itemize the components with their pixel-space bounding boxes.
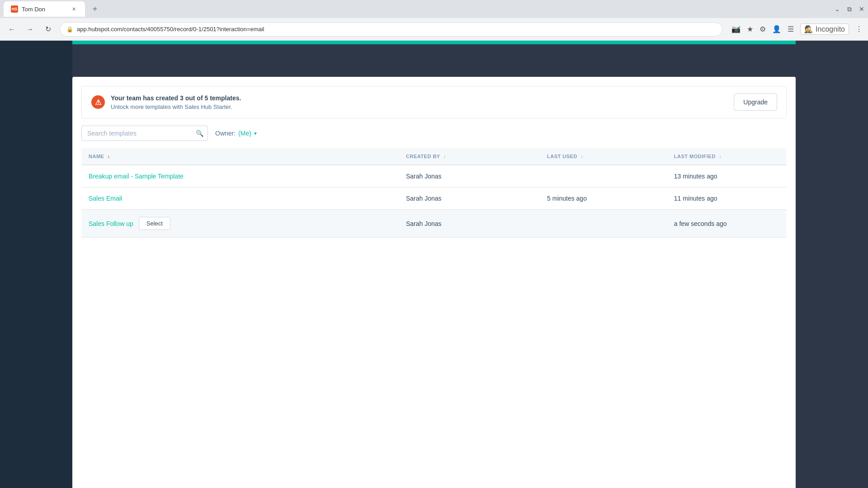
tab-favicon: HS xyxy=(11,5,18,13)
alert-banner: ⚠ Your team has created 3 out of 5 templ… xyxy=(81,86,787,118)
refresh-button[interactable]: ↻ xyxy=(42,23,54,36)
search-filter-row: 🔍 Owner: (Me) ▼ xyxy=(72,126,796,148)
last-used-cell-0 xyxy=(540,165,667,188)
browser-actions: 📷̸ ★ ⚙ 👤 ☰ 🕵 Incognito ⋮ xyxy=(731,23,863,35)
upgrade-button[interactable]: Upgrade xyxy=(734,94,777,111)
tab-close-button[interactable]: ✕ xyxy=(70,5,78,13)
hubspot-teal-stripe xyxy=(72,41,796,44)
col-created-by-label: CREATED BY xyxy=(406,154,440,159)
more-options-icon[interactable]: ⋮ xyxy=(855,25,863,33)
incognito-badge: 🕵 Incognito xyxy=(800,23,849,35)
table-row: Breakup email - Sample TemplateSarah Jon… xyxy=(81,165,787,188)
table-body: Breakup email - Sample TemplateSarah Jon… xyxy=(81,165,787,238)
alert-subtitle: Unlock more templates with Sales Hub Sta… xyxy=(111,103,728,110)
sort-icon-name: ↕ xyxy=(108,154,110,159)
sort-icon-last-modified: ↕ xyxy=(719,154,722,159)
search-input[interactable] xyxy=(81,126,208,141)
incognito-label: Incognito xyxy=(816,25,845,33)
title-bar: HS Tom Don ✕ + ⌄ ⧉ ✕ xyxy=(0,0,868,18)
hubspot-right-panel xyxy=(796,41,868,488)
active-tab[interactable]: HS Tom Don ✕ xyxy=(4,1,85,17)
owner-label: Owner: xyxy=(215,130,236,137)
sidebar-toggle-icon[interactable]: ☰ xyxy=(788,25,794,33)
col-header-created-by[interactable]: CREATED BY ↕ xyxy=(399,148,540,165)
new-tab-button[interactable]: + xyxy=(89,3,101,15)
templates-table: NAME ↕ CREATED BY ↕ LAST USED ↕ xyxy=(81,148,787,238)
alert-warning-icon: ⚠ xyxy=(91,95,105,109)
owner-filter-dropdown[interactable]: (Me) ▼ xyxy=(238,130,258,137)
page-content: ⚠ Your team has created 3 out of 5 templ… xyxy=(0,41,868,488)
template-link-2[interactable]: Sales Follow up xyxy=(89,220,133,227)
extensions-icon[interactable]: ⚙ xyxy=(760,25,766,33)
last-used-cell-1: 5 minutes ago xyxy=(540,188,667,210)
owner-value-text: (Me) xyxy=(238,130,251,137)
hubspot-contact-header xyxy=(72,41,796,77)
close-window-button[interactable]: ✕ xyxy=(859,5,864,13)
col-header-name[interactable]: NAME ↕ xyxy=(81,148,399,165)
last-modified-cell-0: 13 minutes ago xyxy=(667,165,787,188)
col-header-last-modified[interactable]: LAST MODIFIED ↕ xyxy=(667,148,787,165)
templates-table-container: NAME ↕ CREATED BY ↕ LAST USED ↕ xyxy=(81,148,787,488)
table-row: Sales EmailSarah Jonas5 minutes ago11 mi… xyxy=(81,188,787,210)
alert-text-block: Your team has created 3 out of 5 templat… xyxy=(111,94,728,110)
bookmark-icon[interactable]: ★ xyxy=(747,25,753,33)
table-header-row: NAME ↕ CREATED BY ↕ LAST USED ↕ xyxy=(81,148,787,165)
tab-title: Tom Don xyxy=(22,6,45,13)
table-row: Sales Follow upSelectSarah Jonasa few se… xyxy=(81,210,787,238)
col-last-modified-label: LAST MODIFIED xyxy=(674,154,716,159)
sort-icon-created-by: ↕ xyxy=(443,154,446,159)
col-name-label: NAME xyxy=(89,154,104,159)
hubspot-sidebar xyxy=(0,41,72,488)
col-header-last-used[interactable]: LAST USED ↕ xyxy=(540,148,667,165)
template-name-cell-2: Sales Follow upSelect xyxy=(81,210,399,238)
owner-chevron-icon: ▼ xyxy=(253,131,258,136)
lock-icon: 🔒 xyxy=(66,26,73,33)
template-link-1[interactable]: Sales Email xyxy=(89,195,122,202)
restore-button[interactable]: ⧉ xyxy=(847,5,852,13)
created-by-cell-2: Sarah Jonas xyxy=(399,210,540,238)
url-bar[interactable]: 🔒 app.hubspot.com/contacts/40055750/reco… xyxy=(60,22,722,37)
forward-button[interactable]: → xyxy=(24,23,36,36)
search-icon: 🔍 xyxy=(196,130,203,137)
created-by-cell-0: Sarah Jonas xyxy=(399,165,540,188)
minimize-button[interactable]: ⌄ xyxy=(835,5,840,13)
search-box: 🔍 xyxy=(81,126,208,141)
template-name-cell-1: Sales Email xyxy=(81,188,399,210)
alert-icon: ⚠ xyxy=(91,95,105,109)
window-controls: ⌄ ⧉ ✕ xyxy=(835,5,864,13)
last-used-cell-2 xyxy=(540,210,667,238)
browser-frame: HS Tom Don ✕ + ⌄ ⧉ ✕ ← → ↻ 🔒 app.hubspot… xyxy=(0,0,868,488)
template-name-cell-0: Breakup email - Sample Template xyxy=(81,165,399,188)
last-modified-cell-1: 11 minutes ago xyxy=(667,188,787,210)
address-bar: ← → ↻ 🔒 app.hubspot.com/contacts/4005575… xyxy=(0,18,868,41)
sort-icon-last-used: ↕ xyxy=(580,154,583,159)
incognito-icon: 🕵 xyxy=(804,25,813,33)
last-modified-cell-2: a few seconds ago xyxy=(667,210,787,238)
created-by-cell-1: Sarah Jonas xyxy=(399,188,540,210)
template-link-0[interactable]: Breakup email - Sample Template xyxy=(89,173,184,180)
owner-filter: Owner: (Me) ▼ xyxy=(215,130,258,137)
back-button[interactable]: ← xyxy=(5,23,18,36)
profile-icon[interactable]: 👤 xyxy=(772,25,781,33)
col-last-used-label: LAST USED xyxy=(547,154,577,159)
templates-modal: ⚠ Your team has created 3 out of 5 templ… xyxy=(72,77,796,488)
url-text: app.hubspot.com/contacts/40055750/record… xyxy=(77,26,264,33)
no-camera-icon: 📷̸ xyxy=(731,25,741,33)
select-button-2[interactable]: Select xyxy=(139,217,170,230)
alert-title: Your team has created 3 out of 5 templat… xyxy=(111,94,728,102)
